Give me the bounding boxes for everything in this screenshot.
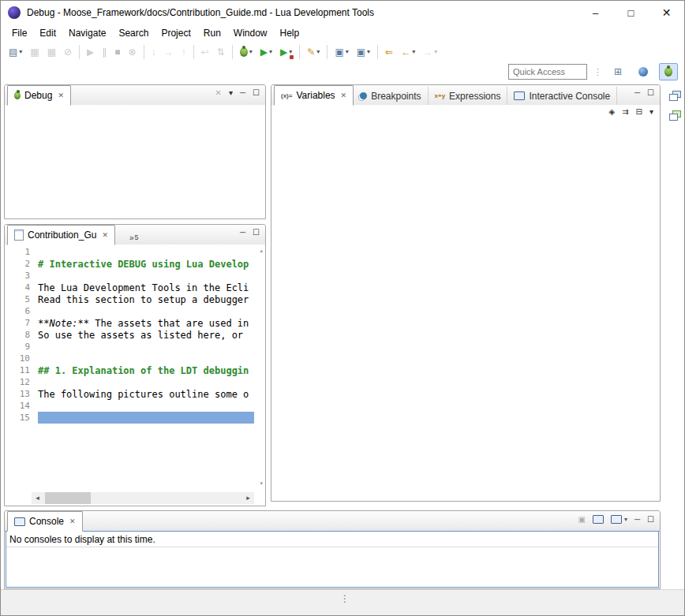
maximize-view-button[interactable]: ☐ bbox=[253, 229, 260, 237]
forward-button[interactable]: → ▾ bbox=[420, 43, 440, 62]
tab-debug[interactable]: Debug ✕ bbox=[7, 85, 71, 106]
annotations-dropdown-button[interactable]: ▣ ▾ bbox=[354, 43, 373, 62]
wizard-icon: ▣ bbox=[335, 47, 343, 57]
drop-to-frame-button[interactable]: ↩ bbox=[198, 43, 212, 62]
quick-access-input[interactable]: Quick Access bbox=[508, 64, 587, 80]
maximize-view-button[interactable]: ☐ bbox=[647, 516, 654, 524]
step-into-button[interactable]: ↓ bbox=[148, 43, 159, 62]
show-type-names-button[interactable]: ◈ bbox=[608, 108, 615, 116]
code-line[interactable]: 13 The following pictures outline some o bbox=[5, 388, 254, 400]
save-button[interactable]: ▦ bbox=[27, 43, 42, 62]
horizontal-scrollbar[interactable]: ◂ ▸ bbox=[32, 492, 254, 504]
code-line[interactable]: 8 So use the assets as listed here, or bbox=[5, 329, 254, 341]
code-line[interactable]: 5 Read this section to setup a debugger bbox=[5, 293, 254, 305]
new-wizard-button[interactable]: ▤ ▾ bbox=[6, 43, 25, 62]
dropdown-arrow-icon: ▾ bbox=[249, 49, 253, 55]
tab-variables[interactable]: (x)= Variables ✕ bbox=[274, 85, 354, 106]
dropdown-arrow-icon: ▾ bbox=[316, 49, 320, 55]
code-line[interactable]: 14 bbox=[5, 400, 254, 412]
close-icon[interactable]: ✕ bbox=[69, 517, 76, 525]
collapse-all-button[interactable]: ⊟ bbox=[636, 108, 642, 116]
code-line[interactable]: 10 bbox=[5, 353, 254, 364]
editor-body[interactable]: 1 2 # Interactive DEBUG using Lua Develo… bbox=[5, 245, 265, 506]
show-logical-structure-button[interactable]: ⇉ bbox=[622, 108, 628, 116]
back-button[interactable]: ← ▾ bbox=[398, 43, 418, 62]
step-return-button[interactable]: ↑ bbox=[178, 43, 189, 62]
line-number: 6 bbox=[5, 306, 38, 316]
pin-console-button[interactable]: ▣ bbox=[578, 516, 585, 524]
tab-breakpoints[interactable]: Breakpoints bbox=[354, 87, 428, 105]
close-icon[interactable]: ✕ bbox=[58, 91, 64, 99]
tab-console[interactable]: Console ✕ bbox=[7, 511, 83, 532]
open-console-button[interactable]: ▾ bbox=[611, 515, 627, 524]
save-all-button[interactable]: ▦ bbox=[44, 43, 59, 62]
skip-all-breakpoints-button[interactable]: ⊘ bbox=[61, 43, 75, 62]
display-selected-console-button[interactable] bbox=[593, 515, 604, 524]
code-line[interactable]: 9 bbox=[5, 341, 254, 353]
restore-view-button-2[interactable] bbox=[669, 110, 681, 121]
tab-expressions[interactable]: x+y Expressions bbox=[429, 87, 508, 105]
scroll-right-button[interactable]: ▸ bbox=[242, 492, 254, 504]
window-close-button[interactable]: ✕ bbox=[649, 1, 684, 24]
tab-contribution-guide[interactable]: Contribution_Gu ✕ bbox=[7, 225, 115, 245]
minimize-view-button[interactable]: ─ bbox=[240, 89, 245, 97]
open-perspective-button[interactable]: ⊞ bbox=[608, 63, 627, 80]
scrollbar-track[interactable] bbox=[43, 492, 242, 504]
debug-button[interactable]: ▾ bbox=[237, 43, 256, 62]
splitter-grip-handle[interactable]: ⋮ bbox=[340, 594, 350, 603]
close-icon[interactable]: ✕ bbox=[102, 231, 108, 239]
external-tools-button[interactable]: ▶ ▾ bbox=[277, 43, 295, 62]
minimize-view-button[interactable]: ─ bbox=[634, 516, 640, 524]
step-over-button[interactable]: → bbox=[161, 43, 177, 62]
run-button[interactable]: ▶ ▾ bbox=[257, 43, 275, 62]
scroll-left-button[interactable]: ◂ bbox=[32, 492, 43, 504]
disconnect-button[interactable]: ⊗ bbox=[125, 43, 140, 62]
code-line[interactable]: 11 ## 1. Explanation of the LDT debuggin bbox=[5, 364, 254, 376]
debug-perspective-button[interactable] bbox=[659, 63, 678, 80]
menu-file[interactable]: File bbox=[6, 25, 33, 41]
use-step-filters-button[interactable]: ⇅ bbox=[214, 43, 228, 62]
resume-button[interactable]: ▶ bbox=[84, 43, 97, 62]
code-line[interactable]: 1 bbox=[5, 246, 254, 258]
remove-terminated-button[interactable]: ✕ bbox=[215, 89, 222, 97]
hidden-tabs-indicator[interactable]: » 5 bbox=[129, 233, 139, 245]
lua-perspective-button[interactable] bbox=[634, 63, 653, 80]
code-line[interactable]: 6 bbox=[5, 305, 254, 317]
new-lua-wizard-button[interactable]: ▣ ▾ bbox=[331, 43, 351, 62]
maximize-view-button[interactable]: ☐ bbox=[253, 89, 260, 97]
code-line[interactable]: 3 bbox=[5, 270, 254, 282]
code-line[interactable]: 12 bbox=[5, 376, 254, 388]
code-line[interactable]: 7 **Note:** The assets that are used in bbox=[5, 317, 254, 329]
line-text: So use the assets as listed here, or bbox=[38, 330, 249, 341]
terminate-button[interactable]: ■ bbox=[111, 43, 123, 62]
minimize-view-button[interactable]: ─ bbox=[634, 89, 640, 97]
minimize-view-button[interactable]: ─ bbox=[240, 229, 245, 237]
menu-navigate[interactable]: Navigate bbox=[62, 25, 112, 41]
view-menu-button[interactable]: ▾ bbox=[229, 89, 233, 97]
restore-view-button-1[interactable] bbox=[669, 91, 681, 101]
menu-help[interactable]: Help bbox=[274, 25, 306, 41]
maximize-view-button[interactable]: ☐ bbox=[647, 89, 654, 97]
menu-search[interactable]: Search bbox=[112, 25, 155, 41]
scroll-up-icon[interactable]: ▴ bbox=[260, 248, 263, 254]
highlighter-button[interactable]: ✎ ▾ bbox=[304, 43, 323, 62]
last-edit-location-button[interactable]: ⇐ bbox=[382, 43, 396, 62]
scrollbar-thumb[interactable] bbox=[45, 492, 91, 504]
view-menu-button[interactable]: ▾ bbox=[649, 108, 653, 116]
menu-edit[interactable]: Edit bbox=[33, 25, 62, 41]
tab-interactive-console[interactable]: Interactive Console bbox=[507, 87, 617, 105]
menu-project[interactable]: Project bbox=[155, 25, 197, 41]
window-maximize-button[interactable]: □ bbox=[613, 1, 649, 24]
scroll-down-icon[interactable]: ▾ bbox=[260, 480, 263, 487]
code-line[interactable]: 2 # Interactive DEBUG using Lua Develop bbox=[5, 258, 254, 270]
menu-window[interactable]: Window bbox=[227, 25, 274, 41]
code-area[interactable]: 1 2 # Interactive DEBUG using Lua Develo… bbox=[5, 246, 254, 491]
suspend-button[interactable]: ∥ bbox=[99, 43, 110, 62]
window-minimize-button[interactable]: – bbox=[578, 1, 613, 24]
code-line[interactable]: 4 The Lua Development Tools in the Ecli bbox=[5, 282, 254, 293]
close-icon[interactable]: ✕ bbox=[341, 91, 347, 99]
code-line[interactable]: 15 bbox=[5, 412, 254, 424]
menu-run[interactable]: Run bbox=[197, 25, 227, 41]
back-icon: ← bbox=[401, 47, 410, 57]
toolbar-grip-handle[interactable]: ⋮ bbox=[593, 68, 602, 77]
